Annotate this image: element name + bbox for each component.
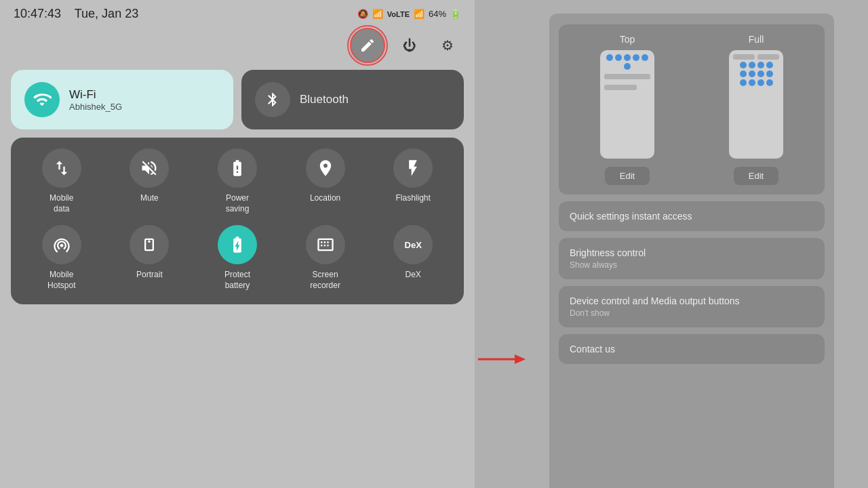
battery-text: 64% bbox=[429, 9, 446, 19]
option-title: Contact us bbox=[570, 344, 814, 354]
arrow-container bbox=[475, 230, 529, 488]
dot bbox=[740, 62, 747, 68]
tile-screen-recorder[interactable]: Screenrecorder bbox=[281, 225, 370, 291]
svg-point-0 bbox=[149, 241, 151, 243]
date: Tue, Jan 23 bbox=[75, 7, 138, 20]
option-brightness[interactable]: Brightness control Show always bbox=[559, 238, 825, 279]
option-sub: Show always bbox=[570, 260, 814, 270]
quick-tiles-grid-container: Mobiledata Mute Powersaving bbox=[11, 138, 464, 304]
dot bbox=[740, 79, 747, 86]
screen-recorder-icon bbox=[306, 225, 345, 264]
tile-portrait[interactable]: Portrait bbox=[106, 225, 194, 291]
full-layout-option: Full bbox=[729, 34, 783, 185]
pencil-icon bbox=[359, 37, 376, 54]
tile-power-saving[interactable]: Powersaving bbox=[193, 148, 281, 214]
tile-protect-battery[interactable]: Protectbattery bbox=[193, 225, 281, 291]
tile-mobile-hotspot[interactable]: MobileHotspot bbox=[18, 225, 106, 291]
dot bbox=[766, 70, 773, 77]
full-line-row bbox=[733, 54, 779, 60]
dot bbox=[757, 70, 764, 77]
quick-tiles-grid: Mobiledata Mute Powersaving bbox=[18, 148, 457, 291]
tile-mute[interactable]: Mute bbox=[106, 148, 194, 214]
option-sub: Don't show bbox=[570, 308, 814, 318]
option-contact-us[interactable]: Contact us bbox=[559, 334, 825, 364]
flashlight-icon bbox=[393, 148, 433, 188]
time: 10:47:43 bbox=[14, 7, 61, 20]
header-row: ⏻ ⚙ bbox=[0, 25, 475, 70]
right-panel: Top Edit Full bbox=[549, 14, 834, 488]
bluetooth-text: Bluetooth bbox=[300, 93, 349, 106]
mobile-hotspot-icon bbox=[42, 225, 81, 264]
bluetooth-tile[interactable]: Bluetooth bbox=[241, 70, 464, 129]
phone-line bbox=[604, 85, 637, 90]
status-bar: 10:47:43 Tue, Jan 23 🔕 📶 VoLTE 📶 64% 🔋 bbox=[0, 0, 475, 25]
dot bbox=[615, 54, 622, 61]
right-arrow-icon bbox=[478, 351, 526, 367]
option-title: Brightness control bbox=[570, 247, 814, 258]
bluetooth-icon bbox=[255, 82, 290, 117]
location-icon bbox=[306, 148, 345, 188]
time-date: 10:47:43 Tue, Jan 23 bbox=[14, 7, 138, 21]
dot bbox=[749, 70, 755, 77]
option-title: Quick settings instant access bbox=[570, 211, 814, 222]
full-dots-row-3 bbox=[733, 79, 779, 86]
full-phone-mockup bbox=[729, 50, 783, 159]
power-saving-icon bbox=[218, 148, 257, 188]
dot bbox=[766, 62, 773, 68]
dot bbox=[757, 79, 764, 86]
wifi-icon bbox=[24, 82, 60, 117]
dot bbox=[624, 63, 631, 70]
status-icons: 🔕 📶 VoLTE 📶 64% 🔋 bbox=[357, 9, 461, 19]
option-quick-settings[interactable]: Quick settings instant access bbox=[559, 201, 825, 231]
full-edit-button[interactable]: Edit bbox=[734, 167, 778, 185]
battery-icon: 🔋 bbox=[450, 9, 461, 19]
signal-bars-icon: 📶 bbox=[414, 9, 425, 19]
tile-mobile-data[interactable]: Mobiledata bbox=[18, 148, 106, 214]
wifi-text: Wi-Fi Abhishek_5G bbox=[69, 88, 122, 112]
mute-icon: 🔕 bbox=[357, 9, 368, 19]
dot bbox=[749, 62, 755, 68]
dot bbox=[642, 54, 648, 61]
top-label: Top bbox=[620, 34, 635, 45]
full-label: Full bbox=[749, 34, 764, 45]
left-panel: 10:47:43 Tue, Jan 23 🔕 📶 VoLTE 📶 64% 🔋 ⏻… bbox=[0, 0, 475, 488]
top-tiles-row: Wi-Fi Abhishek_5G Bluetooth bbox=[0, 70, 475, 138]
dot bbox=[633, 54, 639, 61]
svg-marker-2 bbox=[515, 354, 526, 364]
mute-tile-icon bbox=[130, 148, 169, 188]
edit-button[interactable] bbox=[350, 28, 385, 63]
tile-dex[interactable]: DeX DeX bbox=[369, 225, 457, 291]
phone-line bbox=[733, 54, 755, 60]
power-button[interactable]: ⏻ bbox=[396, 32, 423, 59]
settings-button[interactable]: ⚙ bbox=[434, 32, 461, 59]
lte-icon: VoLTE bbox=[387, 10, 410, 18]
phone-line bbox=[757, 54, 779, 60]
full-dots-row-2 bbox=[733, 70, 779, 77]
option-title: Device control and Media output buttons bbox=[570, 296, 814, 306]
power-icon: ⏻ bbox=[403, 38, 416, 54]
tile-location[interactable]: Location bbox=[281, 148, 370, 214]
phone-line bbox=[604, 74, 650, 79]
top-phone-mockup bbox=[600, 50, 654, 159]
top-dots-row bbox=[604, 54, 650, 70]
full-dots-row-1 bbox=[733, 62, 779, 68]
top-edit-button[interactable]: Edit bbox=[605, 167, 650, 185]
tile-flashlight[interactable]: Flashlight bbox=[369, 148, 457, 214]
dot bbox=[606, 54, 613, 61]
dot bbox=[749, 79, 755, 86]
dot bbox=[757, 62, 764, 68]
layout-card: Top Edit Full bbox=[559, 24, 825, 195]
dot bbox=[766, 79, 773, 86]
wifi-signal-icon: 📶 bbox=[372, 9, 383, 19]
settings-icon: ⚙ bbox=[441, 37, 454, 54]
dot bbox=[740, 70, 747, 77]
wifi-tile[interactable]: Wi-Fi Abhishek_5G bbox=[11, 70, 233, 129]
dex-icon: DeX bbox=[393, 225, 433, 264]
dot bbox=[624, 54, 631, 61]
option-device-control[interactable]: Device control and Media output buttons … bbox=[559, 286, 825, 327]
protect-battery-icon bbox=[218, 225, 257, 264]
top-layout-option: Top Edit bbox=[600, 34, 654, 185]
portrait-icon bbox=[130, 225, 169, 264]
mobile-data-icon bbox=[42, 148, 81, 188]
